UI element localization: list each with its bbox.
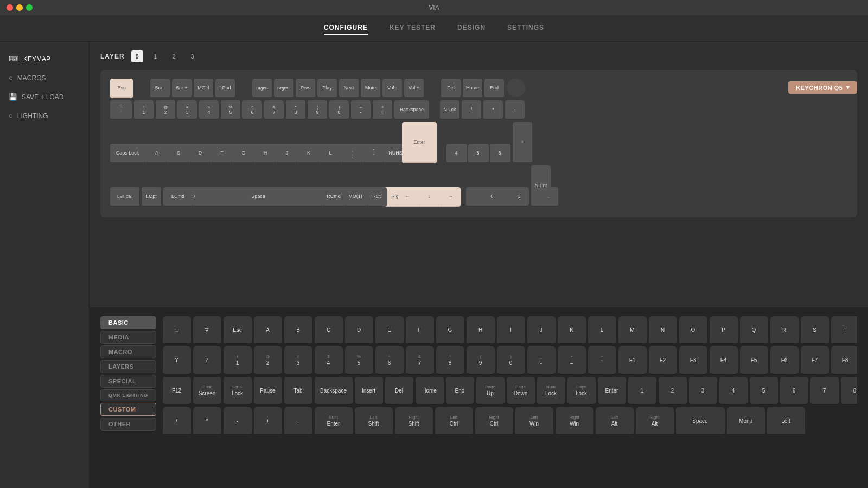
key-num-0[interactable]: 0 bbox=[471, 187, 513, 207]
picker-key-f2[interactable]: F2 bbox=[649, 346, 677, 375]
tab-configure[interactable]: CONFIGURE bbox=[324, 22, 368, 35]
cat-macro[interactable]: MACRO bbox=[100, 345, 156, 358]
key-a[interactable]: A bbox=[147, 144, 167, 163]
picker-key-f[interactable]: F bbox=[406, 316, 434, 344]
picker-key-num-minus[interactable]: - bbox=[224, 407, 252, 435]
sidebar-item-macros[interactable]: ○ MACROS bbox=[0, 69, 89, 86]
key-arrow-down[interactable]: ↓ bbox=[419, 187, 439, 207]
picker-key-num-dot[interactable]: . bbox=[284, 407, 312, 435]
key-next[interactable]: Next bbox=[339, 79, 359, 98]
sidebar-item-save-load[interactable]: 💾 SAVE + LOAD bbox=[0, 88, 89, 105]
key-4[interactable]: $4 bbox=[199, 100, 219, 120]
key-3[interactable]: #3 bbox=[177, 100, 197, 120]
key-scr-minus[interactable]: Scr - bbox=[150, 79, 170, 98]
picker-key-s[interactable]: S bbox=[801, 316, 829, 344]
sidebar-item-lighting[interactable]: ○ LIGHTING bbox=[0, 107, 89, 124]
key-brght-minus[interactable]: Brght- bbox=[252, 79, 272, 98]
key-rctl[interactable]: RCtl bbox=[367, 187, 387, 207]
picker-key-amp-7[interactable]: &7 bbox=[406, 346, 434, 375]
picker-key-t[interactable]: T bbox=[831, 316, 858, 344]
picker-key-tilde-backtick[interactable]: ~` bbox=[588, 346, 616, 375]
window-controls[interactable] bbox=[7, 4, 33, 11]
picker-key-end[interactable]: End bbox=[446, 377, 474, 405]
key-tilde[interactable]: ~` bbox=[110, 100, 132, 120]
key-g[interactable]: G bbox=[234, 144, 253, 163]
key-d[interactable]: D bbox=[190, 144, 210, 163]
picker-key-f1[interactable]: F1 bbox=[618, 346, 647, 375]
key-num-4[interactable]: 4 bbox=[446, 144, 466, 163]
picker-key-f7[interactable]: F7 bbox=[801, 346, 829, 375]
picker-key-pause[interactable]: Pause bbox=[254, 377, 282, 405]
picker-key-num-6[interactable]: 6 bbox=[780, 377, 808, 405]
key-vol-plus[interactable]: Vol + bbox=[404, 79, 424, 98]
minimize-button[interactable] bbox=[16, 4, 23, 11]
key-vol-minus[interactable]: Vol - bbox=[382, 79, 402, 98]
picker-key-b[interactable]: B bbox=[284, 316, 312, 344]
picker-key-q[interactable]: Q bbox=[740, 316, 768, 344]
maximize-button[interactable] bbox=[26, 4, 33, 11]
picker-key-i[interactable]: I bbox=[497, 316, 525, 344]
picker-key-num-2[interactable]: 2 bbox=[659, 377, 687, 405]
picker-key-lparen-9[interactable]: (9 bbox=[467, 346, 495, 375]
picker-key-f8[interactable]: F8 bbox=[831, 346, 858, 375]
picker-key-scroll-lock[interactable]: ScrollLock bbox=[224, 377, 252, 405]
key-j[interactable]: J bbox=[277, 144, 297, 163]
key-brght-plus[interactable]: Brght+ bbox=[274, 79, 293, 98]
picker-key-dollar-4[interactable]: $4 bbox=[315, 346, 343, 375]
picker-key-g[interactable]: G bbox=[436, 316, 464, 344]
key-6[interactable]: ^6 bbox=[242, 100, 262, 120]
key-enter[interactable]: Enter bbox=[402, 122, 437, 163]
picker-key-tab[interactable]: Tab bbox=[284, 377, 312, 405]
key-mute[interactable]: Mute bbox=[361, 79, 380, 98]
key-rcmd[interactable]: RCmd bbox=[324, 187, 343, 207]
picker-key-num-1[interactable]: 1 bbox=[628, 377, 656, 405]
picker-key-backspace[interactable]: Backspace bbox=[315, 377, 353, 405]
key-arrow-left[interactable]: ← bbox=[398, 187, 417, 207]
picker-key-insert[interactable]: Insert bbox=[355, 377, 383, 405]
tab-settings[interactable]: SETTINGS bbox=[507, 22, 544, 35]
picker-key-o[interactable]: O bbox=[679, 316, 707, 344]
picker-key-num-lock[interactable]: NumLock bbox=[537, 377, 565, 405]
key-s[interactable]: S bbox=[169, 144, 188, 163]
key-1[interactable]: !1 bbox=[134, 100, 154, 120]
picker-key-excl-1[interactable]: !1 bbox=[224, 346, 252, 375]
picker-key-space[interactable]: Space bbox=[676, 407, 725, 435]
key-arrow-right[interactable]: → bbox=[441, 187, 461, 207]
picker-key-c[interactable]: C bbox=[315, 316, 343, 344]
picker-key-underscore-minus[interactable]: _- bbox=[527, 346, 556, 375]
picker-key-del[interactable]: Del bbox=[385, 377, 413, 405]
key-home-fn[interactable]: Home bbox=[463, 79, 482, 98]
picker-key-star-8[interactable]: *8 bbox=[436, 346, 464, 375]
layer-2[interactable]: 2 bbox=[168, 50, 180, 62]
key-lopt[interactable]: LOpt bbox=[142, 187, 161, 207]
key-scr-plus[interactable]: Scr + bbox=[172, 79, 192, 98]
picker-key-f6[interactable]: F6 bbox=[770, 346, 799, 375]
picker-key-left-shift[interactable]: LeftShift bbox=[355, 407, 393, 435]
sidebar-item-keymap[interactable]: ⌨ KEYMAP bbox=[0, 50, 89, 67]
cat-special[interactable]: SPECIAL bbox=[100, 375, 156, 388]
key-k[interactable]: K bbox=[299, 144, 318, 163]
picker-key-right-alt[interactable]: RightAlt bbox=[636, 407, 674, 435]
key-5[interactable]: %5 bbox=[221, 100, 240, 120]
picker-key-d[interactable]: D bbox=[345, 316, 373, 344]
key-space[interactable]: Space bbox=[195, 187, 322, 207]
picker-key-l[interactable]: L bbox=[588, 316, 616, 344]
picker-key-num-7[interactable]: 7 bbox=[810, 377, 839, 405]
picker-key-home[interactable]: Home bbox=[416, 377, 444, 405]
key-lcmd[interactable]: LCmd bbox=[163, 187, 193, 207]
picker-key-j[interactable]: J bbox=[527, 316, 556, 344]
picker-key-num-5[interactable]: 5 bbox=[750, 377, 778, 405]
cat-basic[interactable]: BASIC bbox=[100, 316, 156, 329]
key-end-fn[interactable]: End bbox=[484, 79, 504, 98]
picker-key-left[interactable]: Left bbox=[767, 407, 805, 435]
key-backspace[interactable]: Backspace bbox=[394, 100, 429, 120]
layer-0[interactable]: 0 bbox=[131, 50, 143, 62]
key-2[interactable]: @2 bbox=[156, 100, 175, 120]
picker-key-plus-equals[interactable]: += bbox=[558, 346, 586, 375]
picker-key-trns[interactable]: ∇ bbox=[193, 316, 221, 344]
picker-key-num-3[interactable]: 3 bbox=[689, 377, 717, 405]
picker-key-enter[interactable]: Enter bbox=[598, 377, 626, 405]
key-num-5[interactable]: 5 bbox=[468, 144, 488, 163]
key-knob[interactable] bbox=[506, 79, 526, 98]
picker-key-e[interactable]: E bbox=[375, 316, 404, 344]
